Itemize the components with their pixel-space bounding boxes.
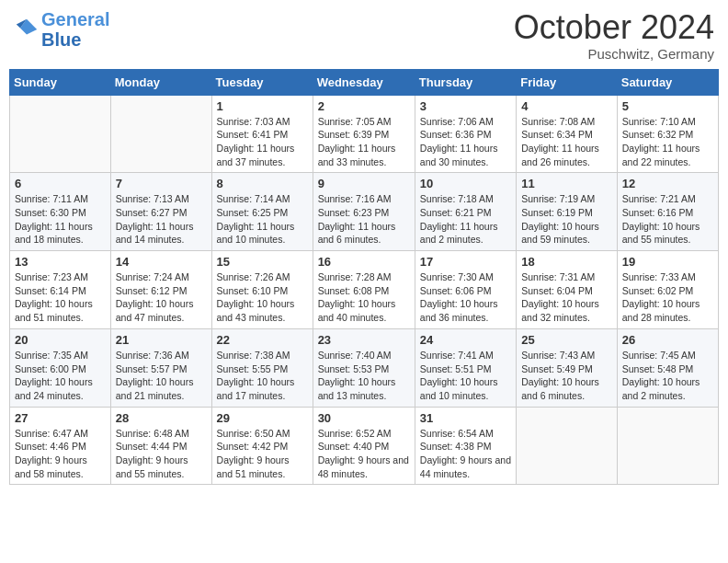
day-number: 12 — [622, 177, 713, 190]
calendar-cell: 25Sunrise: 7:43 AMSunset: 5:49 PMDayligh… — [517, 328, 618, 407]
day-info: Sunrise: 7:23 AMSunset: 6:14 PMDaylight:… — [15, 270, 106, 325]
day-info: Sunrise: 6:48 AMSunset: 4:44 PMDaylight:… — [116, 427, 207, 481]
calendar-week-1: 1Sunrise: 7:03 AMSunset: 6:41 PMDaylight… — [10, 95, 719, 173]
calendar-week-4: 20Sunrise: 7:35 AMSunset: 6:00 PMDayligh… — [10, 328, 719, 407]
logo: General Blue — [14, 9, 109, 50]
day-info: Sunrise: 7:06 AMSunset: 6:36 PMDaylight:… — [420, 115, 511, 169]
day-info: Sunrise: 7:40 AMSunset: 5:53 PMDaylight:… — [318, 349, 410, 403]
day-number: 16 — [318, 255, 410, 269]
day-info: Sunrise: 7:36 AMSunset: 5:57 PMDaylight:… — [116, 349, 207, 403]
logo-text-general: General — [41, 9, 109, 29]
day-info: Sunrise: 6:47 AMSunset: 4:46 PMDaylight:… — [15, 427, 106, 481]
calendar-cell: 23Sunrise: 7:40 AMSunset: 5:53 PMDayligh… — [313, 328, 415, 407]
day-number: 19 — [622, 255, 713, 269]
day-number: 4 — [521, 99, 612, 113]
calendar-cell: 2Sunrise: 7:05 AMSunset: 6:39 PMDaylight… — [313, 95, 415, 173]
weekday-header-sunday: Sunday — [10, 69, 111, 95]
calendar-cell — [10, 95, 111, 173]
calendar-cell: 12Sunrise: 7:21 AMSunset: 6:16 PMDayligh… — [617, 173, 718, 251]
calendar-cell: 15Sunrise: 7:26 AMSunset: 6:10 PMDayligh… — [211, 251, 313, 329]
calendar-cell: 27Sunrise: 6:47 AMSunset: 4:46 PMDayligh… — [10, 407, 111, 485]
calendar-cell: 7Sunrise: 7:13 AMSunset: 6:27 PMDaylight… — [110, 173, 211, 251]
weekday-header-wednesday: Wednesday — [313, 69, 415, 95]
calendar-cell: 30Sunrise: 6:52 AMSunset: 4:40 PMDayligh… — [313, 407, 415, 485]
day-info: Sunrise: 7:10 AMSunset: 6:32 PMDaylight:… — [622, 115, 713, 169]
day-info: Sunrise: 7:38 AMSunset: 5:55 PMDaylight:… — [217, 349, 308, 403]
day-info: Sunrise: 6:54 AMSunset: 4:38 PMDaylight:… — [420, 427, 511, 481]
day-number: 29 — [217, 411, 308, 425]
day-info: Sunrise: 7:41 AMSunset: 5:51 PMDaylight:… — [420, 349, 511, 403]
day-info: Sunrise: 7:28 AMSunset: 6:08 PMDaylight:… — [318, 270, 410, 325]
calendar-cell: 19Sunrise: 7:33 AMSunset: 6:02 PMDayligh… — [617, 251, 718, 329]
day-number: 2 — [318, 99, 410, 113]
day-number: 5 — [622, 99, 713, 113]
calendar-cell: 10Sunrise: 7:18 AMSunset: 6:21 PMDayligh… — [415, 173, 516, 251]
day-number: 25 — [521, 333, 612, 347]
day-info: Sunrise: 7:43 AMSunset: 5:49 PMDaylight:… — [521, 349, 612, 403]
calendar-cell: 9Sunrise: 7:16 AMSunset: 6:23 PMDaylight… — [313, 173, 415, 251]
weekday-header-tuesday: Tuesday — [211, 69, 313, 95]
day-number: 10 — [420, 177, 511, 190]
calendar-cell: 6Sunrise: 7:11 AMSunset: 6:30 PMDaylight… — [10, 173, 111, 251]
day-number: 14 — [116, 255, 207, 269]
day-number: 30 — [318, 411, 410, 425]
day-number: 1 — [217, 99, 308, 113]
calendar-cell: 5Sunrise: 7:10 AMSunset: 6:32 PMDaylight… — [617, 95, 718, 173]
day-number: 11 — [521, 177, 612, 190]
day-info: Sunrise: 7:11 AMSunset: 6:30 PMDaylight:… — [15, 192, 106, 247]
day-info: Sunrise: 7:35 AMSunset: 6:00 PMDaylight:… — [15, 349, 106, 403]
calendar-cell: 29Sunrise: 6:50 AMSunset: 4:42 PMDayligh… — [211, 407, 313, 485]
day-info: Sunrise: 7:13 AMSunset: 6:27 PMDaylight:… — [116, 192, 207, 247]
calendar-cell: 11Sunrise: 7:19 AMSunset: 6:19 PMDayligh… — [517, 173, 618, 251]
day-number: 6 — [15, 177, 106, 190]
day-number: 23 — [318, 333, 410, 347]
day-number: 18 — [521, 255, 612, 269]
day-number: 3 — [420, 99, 511, 113]
weekday-header-friday: Friday — [517, 69, 618, 95]
day-number: 26 — [622, 333, 713, 347]
day-info: Sunrise: 6:52 AMSunset: 4:40 PMDaylight:… — [318, 427, 410, 481]
calendar-cell: 22Sunrise: 7:38 AMSunset: 5:55 PMDayligh… — [211, 328, 313, 407]
day-info: Sunrise: 7:16 AMSunset: 6:23 PMDaylight:… — [318, 192, 410, 247]
calendar-cell: 20Sunrise: 7:35 AMSunset: 6:00 PMDayligh… — [10, 328, 111, 407]
calendar-cell: 4Sunrise: 7:08 AMSunset: 6:34 PMDaylight… — [517, 95, 618, 173]
day-info: Sunrise: 7:05 AMSunset: 6:39 PMDaylight:… — [318, 115, 410, 169]
calendar-cell — [517, 407, 618, 485]
location-label: Puschwitz, Germany — [514, 46, 714, 62]
weekday-header-row: SundayMondayTuesdayWednesdayThursdayFrid… — [10, 69, 719, 95]
day-info: Sunrise: 7:21 AMSunset: 6:16 PMDaylight:… — [622, 192, 713, 247]
day-info: Sunrise: 7:31 AMSunset: 6:04 PMDaylight:… — [521, 270, 612, 325]
day-info: Sunrise: 7:26 AMSunset: 6:10 PMDaylight:… — [217, 270, 308, 325]
calendar-cell: 17Sunrise: 7:30 AMSunset: 6:06 PMDayligh… — [415, 251, 516, 329]
day-number: 27 — [15, 411, 106, 425]
calendar-cell: 24Sunrise: 7:41 AMSunset: 5:51 PMDayligh… — [415, 328, 516, 407]
calendar-cell: 31Sunrise: 6:54 AMSunset: 4:38 PMDayligh… — [415, 407, 516, 485]
day-number: 21 — [116, 333, 207, 347]
day-number: 20 — [15, 333, 106, 347]
logo-text-blue: Blue — [41, 29, 109, 50]
day-number: 28 — [116, 411, 207, 425]
day-number: 24 — [420, 333, 511, 347]
calendar-cell: 28Sunrise: 6:48 AMSunset: 4:44 PMDayligh… — [110, 407, 211, 485]
calendar-week-2: 6Sunrise: 7:11 AMSunset: 6:30 PMDaylight… — [10, 173, 719, 251]
day-number: 15 — [217, 255, 308, 269]
month-title: October 2024 — [514, 9, 714, 46]
day-info: Sunrise: 7:30 AMSunset: 6:06 PMDaylight:… — [420, 270, 511, 325]
calendar-cell: 1Sunrise: 7:03 AMSunset: 6:41 PMDaylight… — [211, 95, 313, 173]
weekday-header-monday: Monday — [110, 69, 211, 95]
calendar-week-5: 27Sunrise: 6:47 AMSunset: 4:46 PMDayligh… — [10, 407, 719, 485]
logo-icon — [14, 17, 40, 42]
title-block: October 2024 Puschwitz, Germany — [514, 9, 714, 62]
day-info: Sunrise: 6:50 AMSunset: 4:42 PMDaylight:… — [217, 427, 308, 481]
day-info: Sunrise: 7:08 AMSunset: 6:34 PMDaylight:… — [521, 115, 612, 169]
day-info: Sunrise: 7:19 AMSunset: 6:19 PMDaylight:… — [521, 192, 612, 247]
calendar-cell: 13Sunrise: 7:23 AMSunset: 6:14 PMDayligh… — [10, 251, 111, 329]
day-info: Sunrise: 7:18 AMSunset: 6:21 PMDaylight:… — [420, 192, 511, 247]
calendar-cell: 8Sunrise: 7:14 AMSunset: 6:25 PMDaylight… — [211, 173, 313, 251]
calendar-week-3: 13Sunrise: 7:23 AMSunset: 6:14 PMDayligh… — [10, 251, 719, 329]
weekday-header-saturday: Saturday — [617, 69, 718, 95]
day-number: 17 — [420, 255, 511, 269]
day-number: 7 — [116, 177, 207, 190]
weekday-header-thursday: Thursday — [415, 69, 516, 95]
calendar-cell: 21Sunrise: 7:36 AMSunset: 5:57 PMDayligh… — [110, 328, 211, 407]
